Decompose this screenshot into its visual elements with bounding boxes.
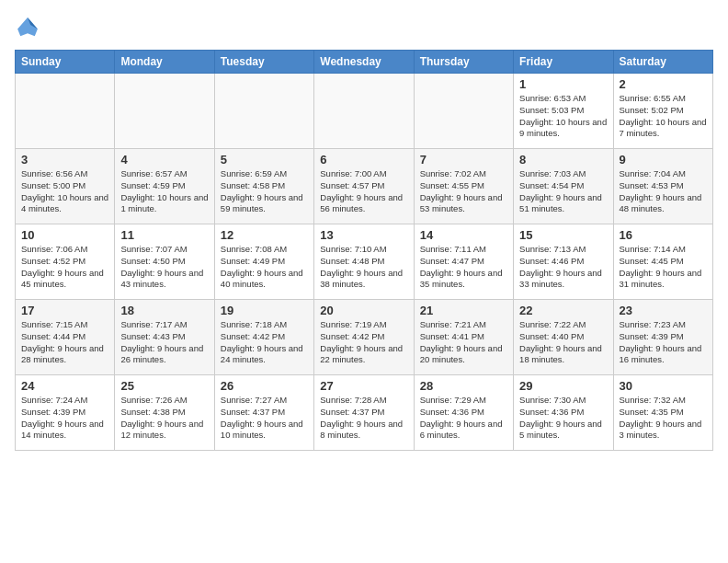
day-info: Sunrise: 7:21 AM Sunset: 4:41 PM Dayligh… — [420, 319, 507, 366]
calendar-cell: 20Sunrise: 7:19 AM Sunset: 4:42 PM Dayli… — [314, 300, 414, 375]
day-info: Sunrise: 7:11 AM Sunset: 4:47 PM Dayligh… — [420, 244, 507, 291]
day-info: Sunrise: 7:30 AM Sunset: 4:36 PM Dayligh… — [519, 395, 607, 442]
day-number: 19 — [221, 304, 308, 317]
day-info: Sunrise: 6:59 AM Sunset: 4:58 PM Dayligh… — [221, 168, 308, 215]
day-number: 13 — [320, 228, 407, 242]
calendar-cell: 11Sunrise: 7:07 AM Sunset: 4:50 PM Dayli… — [115, 224, 214, 300]
day-info: Sunrise: 7:28 AM Sunset: 4:37 PM Dayligh… — [320, 395, 407, 442]
calendar-cell: 10Sunrise: 7:06 AM Sunset: 4:52 PM Dayli… — [16, 224, 115, 300]
day-number: 20 — [320, 304, 407, 317]
calendar-cell: 6Sunrise: 7:00 AM Sunset: 4:57 PM Daylig… — [314, 149, 414, 224]
col-header-sunday: Sunday — [16, 51, 115, 74]
day-info: Sunrise: 7:19 AM Sunset: 4:42 PM Dayligh… — [320, 319, 407, 366]
day-number: 25 — [120, 379, 208, 393]
calendar-cell: 30Sunrise: 7:32 AM Sunset: 4:35 PM Dayli… — [613, 375, 712, 451]
calendar-cell — [214, 74, 313, 149]
calendar-cell: 5Sunrise: 6:59 AM Sunset: 4:58 PM Daylig… — [214, 149, 313, 224]
day-number: 7 — [420, 153, 507, 167]
calendar-cell: 28Sunrise: 7:29 AM Sunset: 4:36 PM Dayli… — [414, 375, 513, 451]
day-info: Sunrise: 7:17 AM Sunset: 4:43 PM Dayligh… — [120, 319, 208, 366]
day-info: Sunrise: 7:18 AM Sunset: 4:42 PM Dayligh… — [221, 319, 308, 366]
day-number: 28 — [420, 379, 507, 393]
day-info: Sunrise: 7:04 AM Sunset: 4:53 PM Dayligh… — [620, 168, 707, 215]
calendar-cell: 24Sunrise: 7:24 AM Sunset: 4:39 PM Dayli… — [16, 375, 115, 451]
day-info: Sunrise: 7:29 AM Sunset: 4:36 PM Dayligh… — [420, 395, 507, 442]
day-number: 5 — [221, 153, 308, 167]
day-info: Sunrise: 7:06 AM Sunset: 4:52 PM Dayligh… — [21, 244, 108, 291]
calendar-cell: 14Sunrise: 7:11 AM Sunset: 4:47 PM Dayli… — [414, 224, 513, 300]
calendar-cell: 16Sunrise: 7:14 AM Sunset: 4:45 PM Dayli… — [613, 224, 712, 300]
day-number: 18 — [120, 304, 208, 317]
calendar-cell: 8Sunrise: 7:03 AM Sunset: 4:54 PM Daylig… — [514, 149, 613, 224]
day-number: 6 — [320, 153, 407, 167]
calendar-cell: 26Sunrise: 7:27 AM Sunset: 4:37 PM Dayli… — [214, 375, 313, 451]
day-number: 24 — [21, 379, 108, 393]
day-info: Sunrise: 6:55 AM Sunset: 5:02 PM Dayligh… — [620, 93, 707, 140]
day-info: Sunrise: 7:07 AM Sunset: 4:50 PM Dayligh… — [120, 244, 208, 291]
col-header-saturday: Saturday — [613, 51, 712, 74]
day-info: Sunrise: 7:10 AM Sunset: 4:48 PM Dayligh… — [320, 244, 407, 291]
calendar-cell: 21Sunrise: 7:21 AM Sunset: 4:41 PM Dayli… — [414, 300, 513, 375]
logo-icon — [15, 15, 40, 40]
calendar-cell — [115, 74, 214, 149]
day-number: 30 — [620, 379, 707, 393]
day-number: 29 — [519, 379, 607, 393]
week-row-4: 17Sunrise: 7:15 AM Sunset: 4:44 PM Dayli… — [16, 300, 713, 375]
calendar-cell: 19Sunrise: 7:18 AM Sunset: 4:42 PM Dayli… — [214, 300, 313, 375]
day-info: Sunrise: 7:14 AM Sunset: 4:45 PM Dayligh… — [620, 244, 707, 291]
day-info: Sunrise: 7:13 AM Sunset: 4:46 PM Dayligh… — [519, 244, 607, 291]
calendar-cell: 29Sunrise: 7:30 AM Sunset: 4:36 PM Dayli… — [514, 375, 613, 451]
calendar-cell: 4Sunrise: 6:57 AM Sunset: 4:59 PM Daylig… — [115, 149, 214, 224]
day-number: 4 — [120, 153, 208, 167]
week-row-5: 24Sunrise: 7:24 AM Sunset: 4:39 PM Dayli… — [16, 375, 713, 451]
day-number: 16 — [620, 228, 707, 242]
calendar-cell: 15Sunrise: 7:13 AM Sunset: 4:46 PM Dayli… — [514, 224, 613, 300]
day-number: 12 — [221, 228, 308, 242]
day-number: 10 — [21, 228, 108, 242]
day-number: 2 — [620, 77, 707, 91]
day-number: 26 — [221, 379, 308, 393]
calendar-cell — [314, 74, 414, 149]
calendar-cell: 23Sunrise: 7:23 AM Sunset: 4:39 PM Dayli… — [613, 300, 712, 375]
col-header-monday: Monday — [115, 51, 214, 74]
day-info: Sunrise: 6:56 AM Sunset: 5:00 PM Dayligh… — [21, 168, 108, 215]
calendar-cell: 3Sunrise: 6:56 AM Sunset: 5:00 PM Daylig… — [16, 149, 115, 224]
col-header-thursday: Thursday — [414, 51, 513, 74]
day-number: 22 — [519, 304, 607, 317]
calendar-cell: 18Sunrise: 7:17 AM Sunset: 4:43 PM Dayli… — [115, 300, 214, 375]
col-header-tuesday: Tuesday — [214, 51, 313, 74]
day-info: Sunrise: 7:08 AM Sunset: 4:49 PM Dayligh… — [221, 244, 308, 291]
day-info: Sunrise: 7:02 AM Sunset: 4:55 PM Dayligh… — [420, 168, 507, 215]
day-info: Sunrise: 7:24 AM Sunset: 4:39 PM Dayligh… — [21, 395, 108, 442]
day-info: Sunrise: 7:15 AM Sunset: 4:44 PM Dayligh… — [21, 319, 108, 366]
day-info: Sunrise: 7:00 AM Sunset: 4:57 PM Dayligh… — [320, 168, 407, 215]
day-info: Sunrise: 6:57 AM Sunset: 4:59 PM Dayligh… — [120, 168, 208, 215]
calendar-cell: 13Sunrise: 7:10 AM Sunset: 4:48 PM Dayli… — [314, 224, 414, 300]
col-header-wednesday: Wednesday — [314, 51, 414, 74]
page-header — [15, 15, 713, 40]
calendar-cell: 9Sunrise: 7:04 AM Sunset: 4:53 PM Daylig… — [613, 149, 712, 224]
day-info: Sunrise: 7:22 AM Sunset: 4:40 PM Dayligh… — [519, 319, 607, 366]
day-number: 3 — [21, 153, 108, 167]
calendar-table: SundayMondayTuesdayWednesdayThursdayFrid… — [15, 50, 713, 451]
day-number: 9 — [620, 153, 707, 167]
week-row-3: 10Sunrise: 7:06 AM Sunset: 4:52 PM Dayli… — [16, 224, 713, 300]
day-number: 11 — [120, 228, 208, 242]
day-info: Sunrise: 7:32 AM Sunset: 4:35 PM Dayligh… — [620, 395, 707, 442]
logo — [15, 15, 44, 40]
calendar-cell: 2Sunrise: 6:55 AM Sunset: 5:02 PM Daylig… — [613, 74, 712, 149]
calendar-cell: 25Sunrise: 7:26 AM Sunset: 4:38 PM Dayli… — [115, 375, 214, 451]
day-number: 15 — [519, 228, 607, 242]
calendar-cell: 17Sunrise: 7:15 AM Sunset: 4:44 PM Dayli… — [16, 300, 115, 375]
day-info: Sunrise: 7:23 AM Sunset: 4:39 PM Dayligh… — [620, 319, 707, 366]
week-row-2: 3Sunrise: 6:56 AM Sunset: 5:00 PM Daylig… — [16, 149, 713, 224]
day-info: Sunrise: 6:53 AM Sunset: 5:03 PM Dayligh… — [519, 93, 607, 140]
day-number: 17 — [21, 304, 108, 317]
day-number: 14 — [420, 228, 507, 242]
calendar-cell: 27Sunrise: 7:28 AM Sunset: 4:37 PM Dayli… — [314, 375, 414, 451]
calendar-cell: 1Sunrise: 6:53 AM Sunset: 5:03 PM Daylig… — [514, 74, 613, 149]
calendar-cell — [414, 74, 513, 149]
calendar-cell: 12Sunrise: 7:08 AM Sunset: 4:49 PM Dayli… — [214, 224, 313, 300]
day-number: 23 — [620, 304, 707, 317]
week-row-1: 1Sunrise: 6:53 AM Sunset: 5:03 PM Daylig… — [16, 74, 713, 149]
